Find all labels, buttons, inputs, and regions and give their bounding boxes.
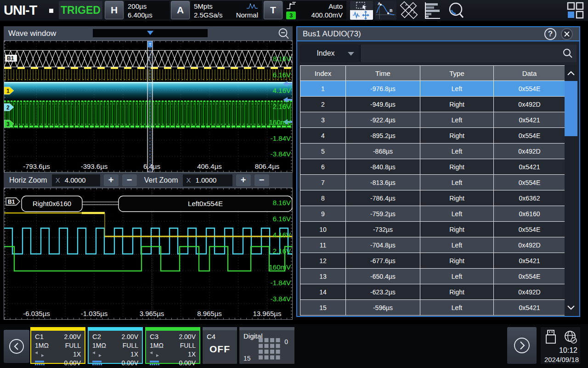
horizontal-values[interactable]: 200µs 6.400µs	[124, 1, 170, 19]
table-scrollbar[interactable]	[565, 65, 577, 316]
clock-date: 2024/09/18	[544, 356, 579, 363]
statistics-button[interactable]	[422, 1, 443, 20]
table-row[interactable]: 3-922.4µsLeft0x5421	[300, 112, 565, 128]
volt-label: -3.84V	[271, 295, 291, 303]
vert-zoom-increase[interactable]: +	[236, 174, 251, 186]
close-button[interactable]	[561, 28, 573, 40]
acquire-menu-button[interactable]: A	[171, 1, 190, 19]
table-row[interactable]: 14-623.2µsRight0x492D	[300, 284, 565, 300]
sample-rate: 2.5GSa/s	[194, 11, 223, 19]
wave-window-title: Wave window	[8, 29, 56, 38]
table-row[interactable]: 8-786.4µsRight0x6362	[300, 190, 565, 206]
bottom-bar: C12.00V 1MΩFULL 1X 0.00V C22.00V 1MΩFULL…	[0, 324, 588, 368]
channel3-card[interactable]: C32.00V 1MΩFULL 1X 0.00V	[145, 327, 200, 364]
table-row[interactable]: 4-895.2µsRight0x554E	[300, 128, 565, 144]
table-row[interactable]: 10-732µsRight0x554E	[300, 222, 565, 237]
table-row[interactable]: 13-650.4µsLeft0x554E	[300, 269, 565, 284]
clock-time: 10:12	[559, 346, 577, 355]
vert-zoom-input[interactable]: X 1.0000	[183, 174, 232, 186]
scroll-up-button[interactable]	[565, 65, 577, 81]
trigger-menu-button[interactable]: T	[264, 1, 283, 19]
channel-scroll-right-button[interactable]	[507, 327, 537, 364]
waveform-position-bar[interactable]	[93, 29, 208, 37]
svg-text:A: A	[378, 1, 381, 6]
channel-scale: 2.00V	[64, 333, 81, 340]
scrollbar-thumb[interactable]	[565, 81, 577, 136]
chevron-left-icon	[8, 338, 25, 355]
volt-label: 6.16V	[273, 215, 291, 223]
wave-window-zoom-plot[interactable]: B1 Right0x6160 Left0x554E 8.16V 6.16V 4.…	[4, 188, 293, 320]
volt-label: 2.16V	[273, 103, 291, 110]
column-header-index[interactable]: Index	[300, 66, 346, 81]
search-zoom-button[interactable]	[446, 1, 467, 20]
table-row[interactable]: 15-596µsLeft0x5421	[300, 300, 565, 316]
memory-depth: 5Mpts	[194, 2, 213, 10]
position-marker[interactable]	[147, 31, 153, 35]
select-region-icon	[350, 1, 373, 10]
time-label: 806.4µs	[255, 162, 280, 170]
help-button[interactable]: ?	[544, 28, 556, 40]
volt-label: 4.16V	[273, 86, 291, 94]
bus1-marker: B1	[7, 55, 14, 62]
table-row[interactable]: 11-704.8µsLeft0x492D	[300, 237, 565, 253]
wave-window-main-plot[interactable]: B1 T 1 2 3 8.16V 6.16V 4.16V 2.16V 160mV…	[4, 40, 293, 172]
chevron-up-icon	[567, 70, 575, 76]
svg-text:1: 1	[6, 88, 10, 94]
svg-text:2: 2	[6, 104, 10, 111]
table-row[interactable]: 2-949.6µsRight0x492D	[300, 97, 565, 112]
svg-text:3: 3	[6, 121, 10, 127]
wave-window-header: Wave window	[4, 26, 293, 40]
channel-bandwidth: FULL	[65, 342, 81, 349]
table-row[interactable]: 9-759.2µsLeft0x6160	[300, 206, 565, 222]
zoom-controls: Horiz Zoom X 4.0000 + − Vert Zoom X 1.00…	[4, 172, 293, 188]
usb-device-icon	[544, 329, 557, 345]
scroll-down-button[interactable]	[565, 300, 577, 316]
magnifier-icon	[446, 1, 467, 20]
table-row[interactable]: 12-677.6µsRight0x5421	[300, 253, 565, 269]
cursor-move-toggle[interactable]	[350, 1, 373, 20]
search-field-dropdown[interactable]: Index	[300, 45, 360, 62]
brand-logo: UNI-T	[4, 3, 37, 18]
time-delay: 6.400µs	[128, 11, 153, 19]
table-row[interactable]: 6-840.8µsRight0x5421	[300, 159, 565, 175]
svg-text:T: T	[149, 42, 152, 47]
horizontal-menu-button[interactable]: H	[105, 1, 124, 19]
zoom-out-button[interactable]	[277, 28, 290, 40]
time-scale: 200µs	[128, 2, 147, 10]
time-label: 6.4µs	[143, 162, 160, 170]
scrollbar-track[interactable]	[565, 81, 577, 300]
time-label: -6.035µs	[23, 310, 50, 317]
system-status-pane[interactable]: 10:12 2024/09/18	[541, 327, 580, 364]
measure-button[interactable]	[398, 1, 419, 20]
column-header-time[interactable]: Time	[346, 66, 420, 81]
channel4-card[interactable]: C4 OFF	[203, 327, 237, 364]
channel-offset: 0.00V	[64, 359, 81, 367]
column-header-type[interactable]: Type	[420, 66, 494, 81]
trigger-values[interactable]: 3 Auto 400.00mV	[283, 1, 346, 19]
search-input[interactable]	[360, 45, 559, 62]
volt-label: -1.84V	[271, 279, 291, 287]
column-header-data[interactable]: Data	[494, 66, 565, 81]
table-row[interactable]: 7-813.6µsLeft0x554E	[300, 175, 565, 190]
digital-channels-card[interactable]: Digital 0 15	[239, 327, 294, 364]
zoom-out-icon	[277, 28, 290, 40]
display-layout-button[interactable]	[565, 1, 586, 20]
vert-zoom-decrease[interactable]: −	[254, 174, 269, 186]
horiz-zoom-value: 4.0000	[65, 176, 86, 184]
chevron-down-icon	[348, 52, 354, 56]
histogram-icon	[422, 1, 443, 20]
channel2-card[interactable]: C22.00V 1MΩFULL 1X 0.00V	[88, 327, 143, 364]
table-row[interactable]: 5-868µsLeft0x492D	[300, 144, 565, 159]
vert-zoom-label: Vert Zoom	[144, 176, 178, 184]
channel-scroll-left-button[interactable]	[4, 330, 29, 363]
horiz-zoom-decrease[interactable]: −	[122, 174, 137, 186]
channel1-card[interactable]: C12.00V 1MΩFULL 1X 0.00V	[30, 327, 85, 364]
math-ab-button[interactable]: AB	[375, 1, 396, 20]
table-row[interactable]: 1-976.8µsLeft0x554E	[300, 81, 565, 97]
acquire-values[interactable]: 5Mpts 2.5GSa/s Normal	[191, 1, 262, 19]
window-layout-icon	[565, 1, 586, 20]
table-header-row: Index Time Type Data	[300, 65, 565, 81]
search-button[interactable]	[559, 45, 577, 62]
horiz-zoom-input[interactable]: X 4.0000	[52, 174, 100, 186]
horiz-zoom-increase[interactable]: +	[104, 174, 119, 186]
